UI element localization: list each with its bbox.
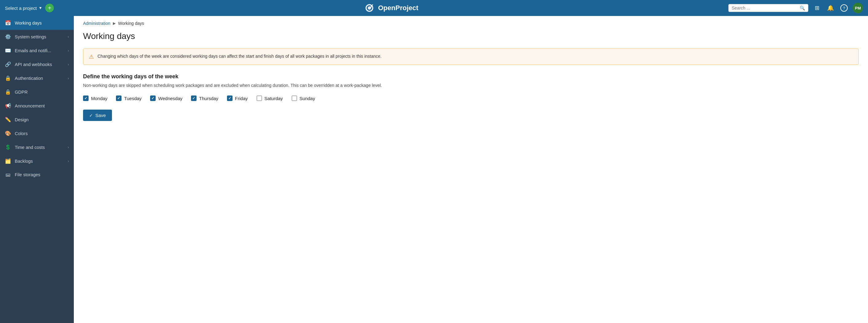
day-item-sunday[interactable]: Sunday [291, 96, 315, 101]
notifications-button[interactable]: 🔔 [826, 3, 835, 13]
grid-icon: ⊞ [815, 5, 819, 11]
day-label-monday: Monday [91, 96, 107, 101]
day-label-saturday: Saturday [265, 96, 283, 101]
day-checkbox-tuesday[interactable]: ✓ [116, 96, 122, 101]
nav-left: Select a project ▼ + [5, 4, 54, 12]
nav-right: 🔍 ⊞ 🔔 ? PM [728, 3, 863, 13]
checkmark-icon: ✓ [192, 96, 195, 100]
breadcrumb-parent-link[interactable]: Administration [83, 21, 111, 26]
dropdown-arrow-icon: ▼ [38, 6, 42, 10]
sidebar-icon-colors: 🎨 [5, 131, 11, 136]
sidebar-item-colors[interactable]: 🎨 Colors [0, 127, 74, 140]
day-checkbox-wednesday[interactable]: ✓ [150, 96, 156, 101]
sidebar-label-api-webhooks: API and webhooks [15, 62, 64, 67]
section-title: Define the working days of the week [83, 73, 859, 80]
warning-icon: ⚠ [89, 53, 94, 60]
add-project-button[interactable]: + [45, 4, 54, 12]
sidebar-label-time-and-costs: Time and costs [15, 145, 64, 150]
sidebar-chevron-emails-notif: › [68, 48, 69, 53]
sidebar-icon-backlogs: 🗂️ [5, 158, 11, 164]
day-label-tuesday: Tuesday [124, 96, 142, 101]
search-input[interactable] [732, 5, 797, 10]
save-check-icon: ✓ [89, 113, 93, 118]
day-checkbox-monday[interactable]: ✓ [83, 96, 89, 101]
warning-box: ⚠ Changing which days of the week are co… [83, 48, 859, 65]
day-item-tuesday[interactable]: ✓ Tuesday [116, 96, 142, 101]
save-button-label: Save [95, 113, 106, 118]
sidebar-icon-time-and-costs: 💲 [5, 144, 11, 150]
sidebar-icon-file-storages: 🖴 [5, 172, 11, 177]
breadcrumb-current: Working days [118, 21, 144, 26]
day-checkbox-friday[interactable]: ✓ [227, 96, 232, 101]
day-item-saturday[interactable]: Saturday [256, 96, 283, 101]
day-checkbox-saturday[interactable] [256, 96, 262, 101]
day-item-friday[interactable]: ✓ Friday [227, 96, 248, 101]
sidebar-chevron-authentication: › [68, 76, 69, 80]
sidebar-label-colors: Colors [15, 131, 69, 136]
sidebar-icon-design: ✏️ [5, 117, 11, 122]
save-button[interactable]: ✓ Save [83, 110, 112, 121]
help-button[interactable]: ? [839, 3, 849, 13]
sidebar-item-emails-notif[interactable]: ✉️ Emails and notifi... › [0, 44, 74, 58]
help-icon: ? [840, 4, 848, 12]
sidebar-chevron-backlogs: › [68, 159, 69, 163]
sidebar-label-design: Design [15, 117, 69, 122]
checkmark-icon: ✓ [151, 96, 154, 100]
search-icon: 🔍 [800, 5, 805, 10]
day-checkbox-thursday[interactable]: ✓ [191, 96, 196, 101]
search-box[interactable]: 🔍 [728, 4, 808, 12]
checkmark-icon: ✓ [117, 96, 120, 100]
sidebar-icon-gdpr: 🔒 [5, 89, 11, 95]
sidebar-icon-api-webhooks: 🔗 [5, 62, 11, 67]
sidebar-label-announcement: Announcement [15, 104, 69, 108]
openproject-logo-icon [364, 2, 375, 13]
page-title: Working days [83, 31, 859, 41]
grid-menu-button[interactable]: ⊞ [812, 3, 822, 13]
sidebar-label-gdpr: GDPR [15, 89, 69, 95]
main-content: Administration ▶ Working days Working da… [74, 16, 868, 323]
sidebar-label-file-storages: File storages [15, 172, 69, 177]
app-body: 📅 Working days ⚙️ System settings › ✉️ E… [0, 16, 868, 323]
sidebar-icon-working-days: 📅 [5, 20, 11, 26]
nav-center: OpenProject [54, 2, 728, 13]
section-description: Non-working days are skipped when schedu… [83, 82, 859, 89]
day-label-sunday: Sunday [300, 96, 315, 101]
avatar[interactable]: PM [852, 3, 863, 13]
warning-text: Changing which days of the week are cons… [97, 53, 381, 60]
day-item-monday[interactable]: ✓ Monday [83, 96, 107, 101]
avatar-initials: PM [855, 6, 861, 10]
logo-text: OpenProject [378, 4, 418, 12]
sidebar-item-system-settings[interactable]: ⚙️ System settings › [0, 30, 74, 44]
sidebar-icon-system-settings: ⚙️ [5, 34, 11, 40]
day-checkbox-sunday[interactable] [291, 96, 297, 101]
day-label-thursday: Thursday [199, 96, 218, 101]
bell-icon: 🔔 [827, 5, 834, 11]
sidebar-item-gdpr[interactable]: 🔒 GDPR [0, 85, 74, 99]
sidebar-label-emails-notif: Emails and notifi... [15, 48, 64, 53]
sidebar-icon-authentication: 🔒 [5, 75, 11, 81]
sidebar-item-api-webhooks[interactable]: 🔗 API and webhooks › [0, 58, 74, 71]
day-label-friday: Friday [235, 96, 248, 101]
day-item-wednesday[interactable]: ✓ Wednesday [150, 96, 182, 101]
top-navigation: Select a project ▼ + OpenProject 🔍 ⊞ 🔔 ? [0, 0, 868, 16]
sidebar-item-file-storages[interactable]: 🖴 File storages [0, 168, 74, 181]
checkmark-icon: ✓ [228, 96, 231, 100]
day-label-wednesday: Wednesday [158, 96, 182, 101]
project-selector[interactable]: Select a project ▼ [5, 5, 42, 11]
sidebar-icon-announcement: 📢 [5, 103, 11, 109]
sidebar-chevron-api-webhooks: › [68, 62, 69, 67]
sidebar-item-working-days[interactable]: 📅 Working days [0, 16, 74, 30]
logo: OpenProject [364, 2, 418, 13]
sidebar-item-announcement[interactable]: 📢 Announcement [0, 99, 74, 113]
sidebar-item-design[interactable]: ✏️ Design [0, 113, 74, 127]
sidebar-item-backlogs[interactable]: 🗂️ Backlogs › [0, 154, 74, 168]
project-selector-label: Select a project [5, 5, 37, 11]
day-item-thursday[interactable]: ✓ Thursday [191, 96, 218, 101]
breadcrumb: Administration ▶ Working days [74, 16, 868, 28]
breadcrumb-separator-icon: ▶ [113, 21, 116, 26]
sidebar-label-working-days: Working days [15, 21, 69, 26]
sidebar-label-system-settings: System settings [15, 34, 64, 39]
checkmark-icon: ✓ [84, 96, 87, 100]
sidebar-item-time-and-costs[interactable]: 💲 Time and costs › [0, 140, 74, 154]
sidebar-item-authentication[interactable]: 🔒 Authentication › [0, 71, 74, 85]
